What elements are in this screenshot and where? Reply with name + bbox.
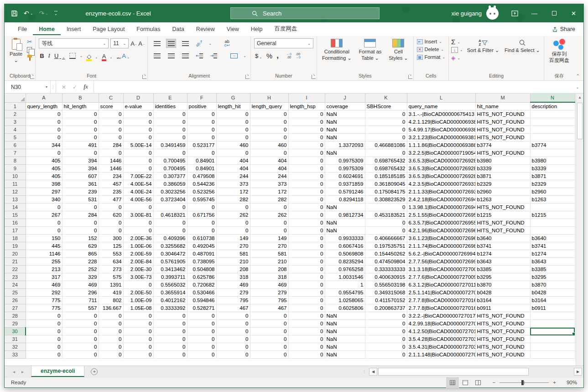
cell-E23[interactable]: 0.3993711 xyxy=(153,273,187,281)
normal-view-button[interactable] xyxy=(446,377,459,388)
cell-N7[interactable] xyxy=(530,149,575,157)
cell-B7[interactable]: 0 xyxy=(62,149,99,157)
cell-A27[interactable]: 775 xyxy=(26,304,62,312)
col-header-L[interactable]: L xyxy=(407,94,475,102)
cell-D26[interactable]: 1.00E-09 xyxy=(123,297,153,304)
cell-E21[interactable]: 0.5761905 xyxy=(153,258,187,266)
find-select-button[interactable]: Find & Select ⌄ xyxy=(503,39,541,54)
cell-D20[interactable]: 2.00E-59 xyxy=(123,250,153,258)
cell-K9[interactable]: 0.698765432 xyxy=(365,165,407,172)
cell-K10[interactable]: 0.185185185 xyxy=(365,172,407,180)
cell-B18[interactable]: 152 xyxy=(62,235,99,242)
cell-N3[interactable] xyxy=(530,118,575,126)
cell-C23[interactable]: 575 xyxy=(99,273,123,281)
cell-B2[interactable]: 0 xyxy=(62,110,99,118)
cell-K28[interactable]: 0 xyxy=(365,312,407,320)
increase-font-size-button[interactable]: Aˆ xyxy=(130,40,136,47)
cell-E1[interactable]: identities xyxy=(153,102,187,110)
cell-B29[interactable]: 0 xyxy=(62,320,99,328)
cell-E14[interactable]: 0 xyxy=(153,204,187,211)
cell-N18[interactable]: b3640 xyxy=(530,235,575,242)
col-header-G[interactable]: G xyxy=(216,94,250,102)
maximize-button[interactable] xyxy=(544,4,564,22)
cell-D13[interactable]: 4.00E-56 xyxy=(123,196,153,204)
cell-H28[interactable]: 0 xyxy=(250,312,288,320)
autosum-button[interactable]: Σ ⌄ xyxy=(451,39,460,45)
vertical-scroll-thumb[interactable] xyxy=(577,103,583,139)
cell-M30[interactable]: HITS_NOT_FOUND xyxy=(475,328,530,335)
cell-F18[interactable]: 0.610738 xyxy=(187,235,216,242)
cell-E19[interactable]: 0.3255682 xyxy=(153,242,187,250)
cancel-entry-icon[interactable]: ✕ xyxy=(62,84,66,90)
cell-C20[interactable]: 553 xyxy=(99,250,123,258)
cell-I2[interactable]: 0 xyxy=(288,110,325,118)
cell-N23[interactable]: b3295 xyxy=(530,273,575,281)
page-break-view-button[interactable] xyxy=(472,377,484,388)
row-header-33[interactable]: 33 xyxy=(5,351,26,359)
cell-N2[interactable] xyxy=(530,110,575,118)
align-bottom-icon[interactable] xyxy=(180,39,190,48)
cell-D5[interactable]: 0 xyxy=(123,134,153,141)
cell-F3[interactable]: 0 xyxy=(187,118,216,126)
cell-C13[interactable]: 477 xyxy=(99,196,123,204)
cell-H29[interactable]: 0 xyxy=(250,320,288,328)
cell-J33[interactable]: NaN xyxy=(325,351,365,359)
font-size-select[interactable]: 11⌄ xyxy=(110,38,129,48)
cell-A20[interactable]: 1146 xyxy=(26,250,62,258)
cell-B3[interactable]: 0 xyxy=(62,118,99,126)
cell-K2[interactable]: 0 xyxy=(365,110,407,118)
undo-button[interactable]: ↶⌄ xyxy=(24,10,33,17)
cell-I18[interactable]: 0 xyxy=(288,235,325,242)
cell-F15[interactable]: 0.671756 xyxy=(187,211,216,219)
cell-H2[interactable]: 0 xyxy=(250,110,288,118)
cell-A4[interactable]: 0 xyxy=(26,126,62,134)
cell-E17[interactable]: 0 xyxy=(153,227,187,235)
cell-H23[interactable]: 318 xyxy=(250,273,288,281)
cell-D22[interactable]: 2.00E-30 xyxy=(123,266,153,273)
cell-G5[interactable]: 0 xyxy=(216,134,250,141)
cell-N30[interactable] xyxy=(530,328,575,335)
row-header-23[interactable]: 23 xyxy=(5,273,26,281)
cell-H10[interactable]: 244 xyxy=(250,172,288,180)
cell-M4[interactable]: HITS_NOT_FOUND xyxy=(475,126,530,134)
conditional-formatting-button[interactable]: Conditional Formatting ⌄ xyxy=(319,38,354,63)
cell-H5[interactable]: 0 xyxy=(250,134,288,141)
cell-F10[interactable]: 0.479508 xyxy=(187,172,216,180)
cell-K7[interactable]: 0 xyxy=(365,149,407,157)
cell-D32[interactable]: 0 xyxy=(123,343,153,351)
cell-I13[interactable]: 0 xyxy=(288,196,325,204)
row-header-20[interactable]: 20 xyxy=(5,250,26,258)
cell-N29[interactable] xyxy=(530,320,575,328)
cell-M22[interactable]: b3385 xyxy=(475,266,530,273)
cut-icon[interactable]: ✂ xyxy=(27,39,33,45)
paste-button[interactable]: Paste⌄ xyxy=(7,38,25,65)
cell-D9[interactable]: 0 xyxy=(123,165,153,172)
cell-G20[interactable]: 581 xyxy=(216,250,250,258)
cell-L8[interactable]: 3.6.5.3|BioCAD00000726928 xyxy=(407,157,475,165)
clear-button[interactable]: ◈ ⌄ xyxy=(451,55,460,61)
cell-J15[interactable]: 0.9812734 xyxy=(325,211,365,219)
share-button[interactable]: Share xyxy=(552,26,575,32)
cell-B15[interactable]: 284 xyxy=(62,211,99,219)
row-header-18[interactable]: 18 xyxy=(5,235,26,242)
cell-D3[interactable]: 0 xyxy=(123,118,153,126)
cell-E9[interactable]: 0.700495 xyxy=(153,165,187,172)
cell-M33[interactable]: HITS_NOT_FOUND xyxy=(475,351,530,359)
cell-J11[interactable]: 0.9371859 xyxy=(325,180,365,188)
tab-百度网盘[interactable]: 百度网盘 xyxy=(268,22,303,36)
cell-H14[interactable]: 0 xyxy=(250,204,288,211)
cell-B4[interactable]: 0 xyxy=(62,126,99,134)
cell-I14[interactable]: 0 xyxy=(288,204,325,211)
cell-E2[interactable]: 0 xyxy=(153,110,187,118)
cell-I5[interactable]: 0 xyxy=(288,134,325,141)
cell-I31[interactable]: 0 xyxy=(288,335,325,343)
cell-K21[interactable]: 0.474509804 xyxy=(365,258,407,266)
cell-F14[interactable]: 0 xyxy=(187,204,216,211)
cell-H24[interactable]: 469 xyxy=(250,281,288,289)
cell-H8[interactable]: 404 xyxy=(250,157,288,165)
cell-E11[interactable]: 0.386059 xyxy=(153,180,187,188)
cell-G12[interactable]: 172 xyxy=(216,188,250,196)
cell-F6[interactable]: 0.523177 xyxy=(187,141,216,149)
styles-dialog-launcher-icon[interactable] xyxy=(408,75,412,79)
cell-D17[interactable]: 0 xyxy=(123,227,153,235)
